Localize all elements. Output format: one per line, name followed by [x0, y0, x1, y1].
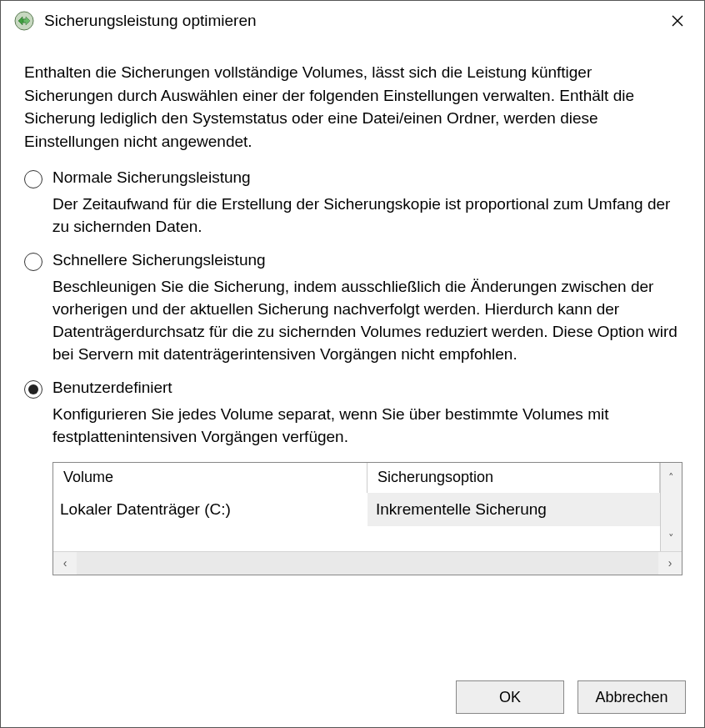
option-custom[interactable]: Benutzerdefiniert	[24, 378, 681, 399]
ok-button[interactable]: OK	[456, 680, 564, 714]
scroll-track-horizontal[interactable]	[77, 552, 658, 575]
chevron-left-icon: ‹	[63, 556, 68, 570]
option-faster-desc: Beschleunigen Sie die Sicherung, indem a…	[52, 276, 681, 366]
header-volume[interactable]: Volume	[53, 463, 368, 493]
close-icon	[672, 15, 683, 27]
content-area: Enthalten die Sicherungen vollständige V…	[1, 41, 704, 575]
cell-volume: Lokaler Datenträger (C:)	[53, 493, 368, 526]
scroll-right-button[interactable]: ›	[658, 552, 682, 575]
scroll-track[interactable]	[660, 493, 682, 526]
option-normal-desc: Der Zeitaufwand für die Erstellung der S…	[52, 193, 681, 238]
cell-option[interactable]: Inkrementelle Sicherung	[368, 493, 660, 526]
chevron-up-icon: ˄	[668, 471, 674, 484]
app-icon	[12, 9, 36, 33]
window-title: Sicherungsleistung optimieren	[44, 12, 257, 30]
horizontal-scrollbar[interactable]: ‹ ›	[53, 551, 682, 575]
table-empty-row: ˅	[53, 526, 682, 551]
scroll-up-button[interactable]: ˄	[660, 463, 682, 493]
radio-faster[interactable]	[24, 253, 42, 271]
option-custom-label: Benutzerdefiniert	[52, 378, 172, 397]
scroll-left-button[interactable]: ‹	[53, 552, 77, 575]
chevron-down-icon: ˅	[668, 532, 674, 545]
cancel-button[interactable]: Abbrechen	[578, 680, 686, 714]
table-header-row: Volume Sicherungsoption ˄	[53, 463, 682, 493]
intro-text: Enthalten die Sicherungen vollständige V…	[24, 61, 681, 153]
table-row[interactable]: Lokaler Datenträger (C:) Inkrementelle S…	[53, 493, 682, 526]
option-normal[interactable]: Normale Sicherungsleistung	[24, 168, 681, 188]
radio-custom[interactable]	[24, 380, 42, 399]
option-custom-desc: Konfigurieren Sie jedes Volume separat, …	[52, 404, 681, 449]
titlebar: Sicherungsleistung optimieren	[1, 1, 704, 41]
close-button[interactable]	[661, 4, 694, 38]
option-faster[interactable]: Schnellere Sicherungsleistung	[24, 250, 681, 271]
chevron-right-icon: ›	[668, 556, 672, 570]
scroll-down-button[interactable]: ˅	[660, 526, 682, 551]
radio-normal[interactable]	[24, 170, 42, 188]
option-normal-label: Normale Sicherungsleistung	[52, 168, 251, 187]
dialog-buttons: OK Abbrechen	[456, 680, 686, 714]
volume-table: Volume Sicherungsoption ˄ Lokaler Datent…	[52, 462, 682, 575]
option-faster-label: Schnellere Sicherungsleistung	[52, 250, 266, 269]
header-option[interactable]: Sicherungsoption	[368, 463, 660, 493]
